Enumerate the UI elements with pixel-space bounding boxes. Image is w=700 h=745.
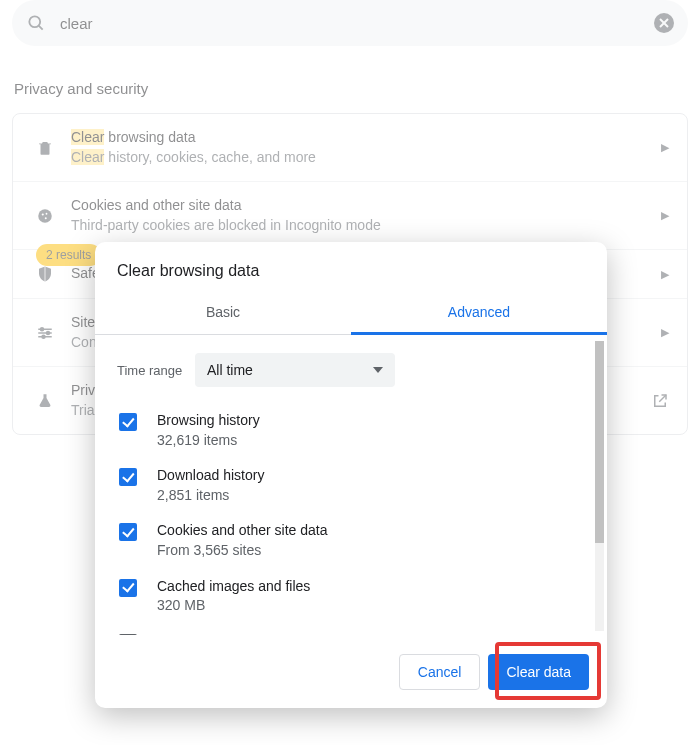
row-clear-browsing-data[interactable]: Clear browsing data Clear history, cooki… (13, 114, 687, 182)
external-link-icon (651, 392, 669, 410)
chevron-right-icon: ▶ (661, 326, 669, 339)
trash-icon (31, 139, 59, 157)
time-range-select[interactable]: All time (195, 353, 395, 387)
clear-browsing-data-dialog: Clear browsing data Basic Advanced Time … (95, 242, 607, 708)
option-browsing-history[interactable]: Browsing history32,619 items (117, 403, 585, 458)
option-sub: From 3,565 sites (157, 541, 585, 561)
option-title: Download history (157, 466, 585, 486)
option-passwords[interactable]: Passwords and other sign-in data16 passw… (117, 624, 585, 635)
option-title: Passwords and other sign-in data (157, 632, 585, 635)
clear-search-icon[interactable] (654, 13, 674, 33)
checkbox[interactable] (119, 579, 137, 597)
search-icon (26, 13, 46, 33)
time-range-label: Time range (117, 363, 195, 378)
section-heading: Privacy and security (0, 46, 700, 113)
svg-point-7 (45, 217, 47, 219)
clear-data-button[interactable]: Clear data (488, 654, 589, 690)
chevron-right-icon: ▶ (661, 141, 669, 154)
svg-point-11 (41, 327, 44, 330)
row-title: Cookies and other site data (71, 196, 661, 216)
row-cookies[interactable]: Cookies and other site data Third-party … (13, 182, 687, 250)
chevron-right-icon: ▶ (661, 209, 669, 222)
row-title: Clear browsing data (71, 128, 661, 148)
cancel-button[interactable]: Cancel (399, 654, 481, 690)
option-cached-images[interactable]: Cached images and files320 MB (117, 569, 585, 624)
option-download-history[interactable]: Download history2,851 items (117, 458, 585, 513)
svg-point-4 (38, 209, 52, 223)
svg-line-1 (39, 26, 43, 30)
checkbox[interactable] (119, 468, 137, 486)
svg-point-6 (46, 213, 48, 215)
shield-icon (31, 265, 59, 283)
row-subtitle: Clear history, cookies, cache, and more (71, 148, 661, 168)
svg-point-0 (29, 16, 40, 27)
chevron-down-icon (373, 367, 383, 373)
cookie-icon (31, 207, 59, 225)
option-sub: 32,619 items (157, 431, 585, 451)
dialog-title: Clear browsing data (95, 242, 607, 294)
scrollbar-thumb[interactable] (595, 341, 604, 543)
search-input[interactable] (46, 15, 654, 32)
option-title: Cached images and files (157, 577, 585, 597)
checkbox[interactable] (119, 634, 137, 635)
dialog-tabs: Basic Advanced (95, 294, 607, 335)
option-sub: 320 MB (157, 596, 585, 616)
option-cookies[interactable]: Cookies and other site dataFrom 3,565 si… (117, 513, 585, 568)
time-range-value: All time (207, 362, 253, 378)
flask-icon (31, 392, 59, 410)
settings-search-bar[interactable] (12, 0, 688, 46)
svg-point-12 (47, 331, 50, 334)
clear-data-options: Browsing history32,619 items Download hi… (117, 397, 585, 635)
svg-point-13 (42, 335, 45, 338)
chevron-right-icon: ▶ (661, 268, 669, 281)
option-title: Browsing history (157, 411, 585, 431)
tab-basic[interactable]: Basic (95, 294, 351, 334)
sliders-icon (31, 324, 59, 342)
checkbox[interactable] (119, 413, 137, 431)
option-sub: 2,851 items (157, 486, 585, 506)
option-title: Cookies and other site data (157, 521, 585, 541)
tab-advanced[interactable]: Advanced (351, 294, 607, 335)
svg-point-5 (42, 213, 44, 215)
row-subtitle: Third-party cookies are blocked in Incog… (71, 216, 661, 236)
checkbox[interactable] (119, 523, 137, 541)
search-results-badge: 2 results (36, 244, 101, 266)
